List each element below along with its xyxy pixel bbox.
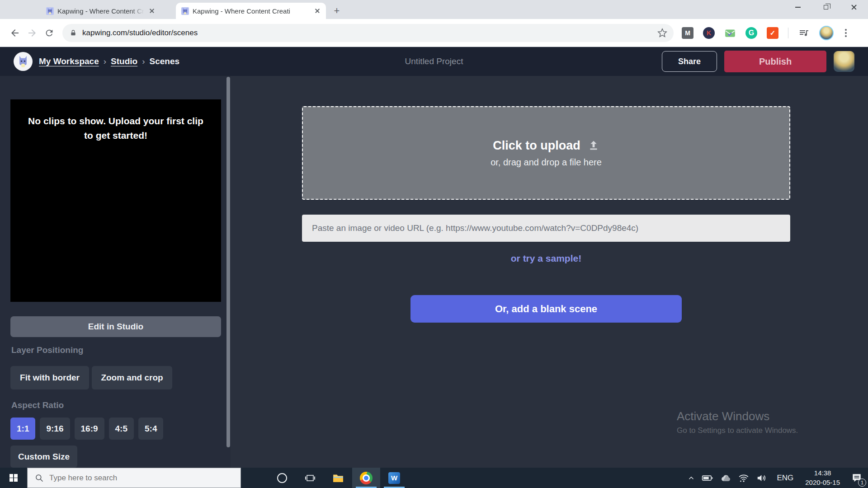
- back-button[interactable]: [6, 24, 24, 42]
- add-blank-scene-button[interactable]: Or, add a blank scene: [410, 295, 682, 323]
- tab-close-icon[interactable]: [148, 7, 156, 15]
- taskbar-tray: ENG 14:38 2020-05-15 1: [687, 468, 868, 488]
- network-indicator[interactable]: [738, 472, 750, 484]
- main-panel: Click to upload or, drag and drop a file…: [231, 76, 868, 468]
- browser-menu-icon[interactable]: [843, 27, 849, 39]
- browser-profile-avatar[interactable]: [819, 26, 834, 40]
- file-explorer-icon: [332, 472, 344, 484]
- forward-button[interactable]: [24, 24, 41, 42]
- hidden-icons-button[interactable]: [687, 474, 695, 482]
- breadcrumb-my-workspace[interactable]: My Workspace: [39, 56, 99, 66]
- file-explorer-button[interactable]: [324, 468, 352, 488]
- forward-icon: [27, 28, 38, 38]
- tab-title: Kapwing - Where Content Creati: [57, 7, 144, 15]
- window-restore-button[interactable]: [812, 0, 840, 14]
- kapwing-favicon: [181, 7, 189, 15]
- extension-m-icon[interactable]: M: [682, 27, 693, 39]
- activate-windows-watermark: Activate Windows Go to Settings to activ…: [677, 409, 798, 435]
- close-icon: [851, 4, 857, 10]
- media-url-input[interactable]: [302, 215, 790, 242]
- browser-tab-2[interactable]: Kapwing - Where Content Creati: [176, 3, 326, 19]
- windows-taskbar: W: [0, 468, 868, 488]
- action-center-button[interactable]: 1: [849, 470, 864, 486]
- restore-icon: [824, 5, 828, 9]
- bookmark-star-icon[interactable]: [657, 28, 667, 38]
- content-area: No clips to show. Upload your first clip…: [0, 76, 868, 468]
- header-actions: Share Publish: [662, 51, 854, 72]
- language-indicator[interactable]: ENG: [774, 474, 796, 483]
- check-extension-icon[interactable]: ✓: [767, 27, 778, 39]
- empty-clips-message: No clips to show. Upload your first clip…: [28, 116, 203, 141]
- task-view-icon: [305, 473, 316, 483]
- upload-subtitle: or, drag and drop a file here: [491, 157, 602, 168]
- mailtrack-extension-icon[interactable]: [724, 27, 736, 39]
- sidebar-scrollbar[interactable]: [226, 77, 230, 447]
- clock-time: 14:38: [805, 469, 840, 478]
- breadcrumb-studio[interactable]: Studio: [111, 56, 137, 66]
- reload-button[interactable]: [41, 24, 58, 42]
- ratio-button-16-9[interactable]: 16:9: [75, 418, 104, 440]
- project-title[interactable]: Untitled Project: [405, 56, 463, 66]
- onedrive-indicator[interactable]: [720, 472, 731, 484]
- user-avatar[interactable]: [834, 51, 854, 72]
- window-minimize-button[interactable]: [784, 0, 812, 14]
- ratio-button-4-5[interactable]: 4:5: [109, 418, 134, 440]
- app-header: My Workspace › Studio › Scenes Untitled …: [0, 47, 868, 76]
- breadcrumb-separator: ›: [142, 56, 145, 66]
- windows-logo-icon: [9, 474, 18, 482]
- chrome-taskbar-button[interactable]: [352, 468, 380, 488]
- battery-icon: [702, 472, 713, 484]
- grammarly-extension-icon[interactable]: G: [745, 27, 757, 39]
- breadcrumb-scenes: Scenes: [149, 56, 179, 66]
- layer-positioning-label: Layer Positioning: [11, 345, 83, 355]
- start-button[interactable]: [0, 468, 27, 488]
- window-controls: [784, 0, 868, 14]
- tab-title: Kapwing - Where Content Creati: [193, 7, 310, 15]
- extension-k-icon[interactable]: K: [703, 27, 715, 39]
- taskbar-search[interactable]: [27, 468, 241, 488]
- taskbar-clock[interactable]: 14:38 2020-05-15: [802, 469, 843, 487]
- task-view-button[interactable]: [296, 468, 324, 488]
- word-taskbar-button[interactable]: W: [380, 468, 408, 488]
- new-tab-button[interactable]: +: [330, 5, 343, 17]
- browser-tab-strip: Kapwing - Where Content Creati Kapwing -…: [0, 0, 868, 19]
- wifi-icon: [738, 472, 750, 484]
- cortana-button[interactable]: [268, 468, 296, 488]
- word-icon: W: [388, 472, 400, 484]
- taskbar-search-input[interactable]: [49, 474, 221, 483]
- ratio-button-1-1[interactable]: 1:1: [10, 418, 35, 440]
- window-close-button[interactable]: [840, 0, 868, 14]
- media-queue-icon[interactable]: [798, 27, 810, 39]
- tab-close-icon[interactable]: [313, 7, 321, 15]
- upload-title: Click to upload: [493, 139, 580, 153]
- zoom-and-crop-button[interactable]: Zoom and crop: [92, 366, 172, 389]
- clock-date: 2020-05-15: [805, 478, 840, 487]
- kapwing-favicon: [46, 7, 54, 15]
- ratio-button-5-4[interactable]: 5:4: [138, 418, 163, 440]
- share-button[interactable]: Share: [662, 51, 717, 72]
- kapwing-logo[interactable]: [14, 52, 33, 71]
- search-icon: [35, 474, 44, 483]
- edit-in-studio-button[interactable]: Edit in Studio: [10, 316, 221, 337]
- reload-icon: [44, 28, 54, 38]
- custom-size-button[interactable]: Custom Size: [10, 446, 77, 468]
- breadcrumb-separator: ›: [104, 56, 106, 66]
- volume-indicator[interactable]: [756, 472, 768, 484]
- publish-button[interactable]: Publish: [724, 51, 826, 72]
- minimize-icon: [795, 7, 801, 8]
- battery-indicator[interactable]: [702, 472, 713, 484]
- url-input[interactable]: [82, 28, 652, 38]
- cortana-icon: [277, 473, 287, 483]
- try-sample-link[interactable]: or try a sample!: [302, 253, 790, 264]
- browser-tab-1[interactable]: Kapwing - Where Content Creati: [41, 3, 160, 19]
- aspect-ratio-options: 1:1 9:16 16:9 4:5 5:4: [10, 418, 163, 440]
- upload-icon: [588, 140, 599, 151]
- toolbar-separator: [788, 28, 788, 38]
- address-bar[interactable]: [62, 24, 674, 42]
- upload-dropzone[interactable]: Click to upload or, drag and drop a file…: [302, 106, 790, 200]
- chrome-icon: [360, 472, 373, 484]
- chevron-up-icon: [687, 474, 695, 482]
- ratio-button-9-16[interactable]: 9:16: [40, 418, 70, 440]
- watermark-subtitle: Go to Settings to activate Windows.: [677, 426, 798, 435]
- fit-with-border-button[interactable]: Fit with border: [10, 366, 89, 389]
